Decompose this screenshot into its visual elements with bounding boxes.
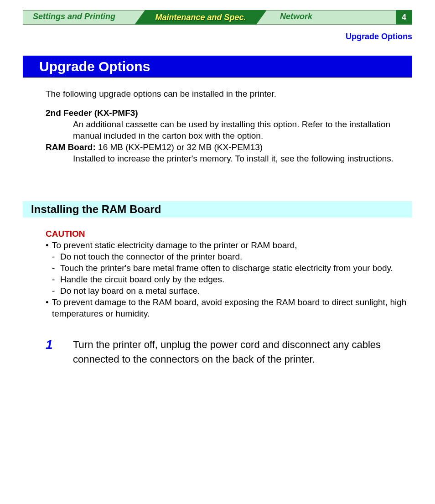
option-ram-board-label: RAM Board:: [46, 142, 96, 152]
caution-label: CAUTION: [46, 228, 413, 239]
page-number-badge: 4: [396, 10, 412, 25]
options-list: 2nd Feeder (KX-PMF3) An additional casse…: [46, 107, 410, 164]
intro-paragraph: The following upgrade options can be ins…: [46, 89, 410, 99]
dash-icon: -: [52, 251, 60, 262]
option-ram-board-spec: 16 MB (KX-PEM12) or 32 MB (KX-PEM13): [96, 142, 263, 152]
caution-bullet-2: • To prevent damage to the RAM board, av…: [46, 296, 413, 319]
step-1-text: Turn the printer off, unplug the power c…: [73, 338, 410, 367]
tab-network[interactable]: Network: [280, 12, 312, 21]
dash-icon: -: [52, 262, 60, 274]
tab-maintenance-label: Maintenance and Spec.: [135, 10, 267, 25]
dash-icon: -: [52, 274, 60, 285]
caution-dash-4: - Do not lay board on a metal surface.: [46, 285, 413, 296]
page-title: Upgrade Options: [23, 56, 412, 78]
caution-block: CAUTION • To prevent static electricity …: [46, 228, 413, 319]
option-ram-board-desc: Installed to increase the printer's memo…: [73, 153, 410, 164]
option-2nd-feeder-desc: An additional cassette can be used by in…: [73, 119, 410, 141]
step-1: 1 Turn the printer off, unplug the power…: [46, 338, 410, 367]
option-2nd-feeder: 2nd Feeder (KX-PMF3): [46, 107, 410, 119]
bullet-icon: •: [46, 239, 52, 251]
caution-dash-3-text: Handle the circuit board only by the edg…: [60, 274, 413, 285]
dash-icon: -: [52, 285, 60, 296]
tab-maintenance-and-spec[interactable]: Maintenance and Spec.: [135, 10, 267, 25]
caution-dash-1: - Do not touch the connector of the prin…: [46, 251, 413, 262]
caution-dash-2: - Touch the printer's bare metal frame o…: [46, 262, 413, 274]
caution-bullet-1-text: To prevent static electricity damage to …: [52, 239, 297, 251]
caution-bullet-1: • To prevent static electricity damage t…: [46, 239, 413, 251]
tab-settings-and-printing[interactable]: Settings and Printing: [33, 12, 115, 21]
top-nav-bar: Settings and Printing Maintenance and Sp…: [23, 10, 412, 25]
caution-dash-4-text: Do not lay board on a metal surface.: [60, 285, 413, 296]
caution-dash-2-text: Touch the printer's bare metal frame oft…: [60, 262, 413, 274]
caution-bullet-2-text: To prevent damage to the RAM board, avoi…: [52, 296, 413, 319]
step-1-number: 1: [46, 338, 73, 352]
section-heading-installing-ram: Installing the RAM Board: [23, 201, 412, 218]
caution-dash-1-text: Do not touch the connector of the printe…: [60, 251, 413, 262]
bullet-icon: •: [46, 296, 52, 319]
breadcrumb[interactable]: Upgrade Options: [346, 32, 412, 42]
option-ram-board: RAM Board: 16 MB (KX-PEM12) or 32 MB (KX…: [46, 141, 410, 153]
caution-dash-3: - Handle the circuit board only by the e…: [46, 274, 413, 285]
option-2nd-feeder-label: 2nd Feeder (KX-PMF3): [46, 108, 138, 118]
